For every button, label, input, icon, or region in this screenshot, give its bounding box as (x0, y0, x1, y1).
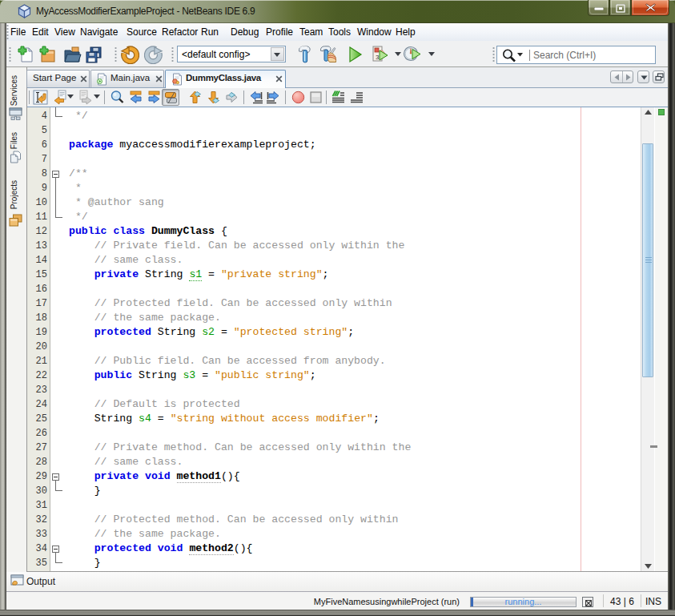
svg-text:3: 3 (376, 54, 380, 61)
